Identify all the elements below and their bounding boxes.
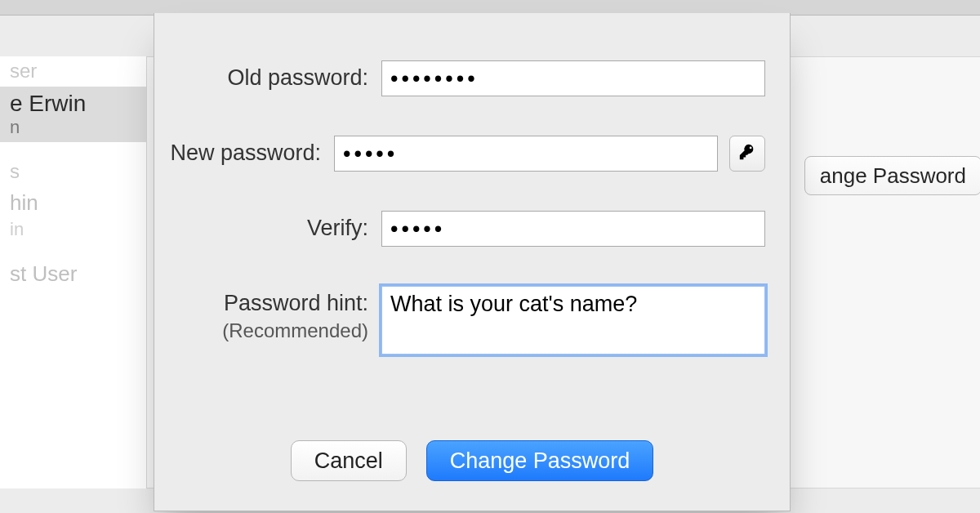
sidebar-item[interactable]: hin [0, 187, 146, 219]
sidebar-item-selected[interactable]: e Erwin n [0, 87, 146, 142]
old-password-label: Old password: [227, 65, 368, 90]
sheet-buttons: Cancel Change Password [154, 440, 790, 481]
change-password-form: Old password: New password: Verify: [154, 60, 790, 355]
sidebar-item[interactable]: ser [0, 56, 146, 87]
hint-label: Password hint: [224, 291, 368, 315]
password-assistant-button[interactable] [729, 136, 765, 172]
sidebar-item-sublabel: n [10, 117, 140, 138]
verify-label: Verify: [307, 216, 368, 240]
cancel-button[interactable]: Cancel [291, 440, 407, 481]
new-password-field[interactable] [334, 136, 718, 172]
sidebar-item[interactable]: st User [0, 258, 146, 290]
row-old-password: Old password: [154, 60, 765, 96]
sidebar-item-label: e Erwin [10, 90, 140, 118]
sidebar-item[interactable]: s [0, 157, 146, 187]
users-sidebar: ser e Erwin n s hin in st User [0, 56, 147, 488]
new-password-label: New password: [170, 141, 321, 165]
hint-sublabel: (Recommended) [154, 319, 368, 342]
row-verify: Verify: [154, 211, 765, 247]
old-password-field[interactable] [381, 60, 765, 96]
row-hint: Password hint: (Recommended) [154, 286, 765, 355]
change-password-sheet: Old password: New password: Verify: [154, 13, 791, 511]
row-new-password: New password: [154, 136, 765, 172]
verify-field[interactable] [381, 211, 765, 247]
sidebar-item-sublabel: in [0, 219, 146, 243]
hint-field[interactable] [381, 286, 765, 355]
change-password-button[interactable]: Change Password [426, 440, 654, 481]
key-icon [738, 143, 756, 164]
change-password-button-background[interactable]: ange Password [804, 156, 980, 195]
